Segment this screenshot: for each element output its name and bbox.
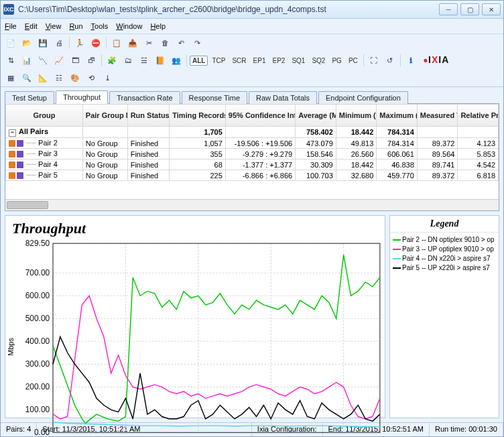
filter-tcp[interactable]: TCP	[209, 56, 228, 66]
expand-icon[interactable]: ⛶	[367, 53, 381, 68]
column-header[interactable]: Pair Group Name	[82, 105, 127, 127]
info-icon[interactable]: ℹ	[403, 53, 418, 68]
table-row[interactable]: ┈┈ Pair 2No GroupFinished1,057-19.506 : …	[6, 138, 499, 149]
reset-icon[interactable]: ↺	[383, 53, 397, 68]
copy-icon[interactable]: 📋	[109, 36, 124, 50]
filter-sq2[interactable]: SQ2	[309, 56, 328, 66]
palette-icon[interactable]: 🎨	[68, 70, 82, 85]
filter-ep1[interactable]: EP1	[251, 56, 269, 66]
save-icon[interactable]: 💾	[36, 36, 50, 50]
view4-icon[interactable]: 📙	[153, 53, 168, 68]
svg-text:829.50: 829.50	[25, 239, 50, 248]
filter-all[interactable]: ALL	[190, 56, 208, 66]
column-header[interactable]: 95% Confidence Interval	[225, 105, 295, 127]
zoomin-icon[interactable]: 🔍	[19, 70, 34, 85]
toolbars: 📄 📂 💾 🖨 🏃 ⛔ 📋 📥 ✂ 🗑 ↶ ↷ ⇅ 📊 📉 📈 🗔 🗗 🧩 🗂	[1, 34, 503, 87]
view2-icon[interactable]: 🗂	[121, 53, 135, 68]
tab-response-time[interactable]: Response Time	[182, 91, 247, 104]
menu-window[interactable]: Window	[116, 22, 142, 30]
open-icon[interactable]: 📂	[19, 36, 34, 50]
menu-run[interactable]: Run	[69, 22, 82, 30]
menu-edit[interactable]: Edit	[25, 22, 38, 30]
legend-line-icon	[393, 258, 401, 259]
zoomout-icon[interactable]: 📐	[36, 70, 50, 85]
data-pane: GroupPair Group NameRun StatusTiming Rec…	[5, 103, 499, 211]
legend-title: Legend	[390, 216, 499, 233]
legend-toggle-icon[interactable]: ☷	[52, 70, 66, 85]
pair-icon	[9, 162, 15, 168]
table-row[interactable]: ┈┈ Pair 5No GroupFinished225-6.866 : +6.…	[6, 170, 499, 181]
svg-text:200.00: 200.00	[25, 382, 50, 391]
cut-icon[interactable]: ✂	[141, 36, 156, 50]
grid-icon[interactable]: ▦	[3, 70, 18, 85]
toolbar-row1: 📄 📂 💾 🖨 🏃 ⛔ 📋 📥 ✂ 🗑 ↶ ↷	[1, 34, 503, 52]
maximize-button[interactable]: ▢	[460, 3, 479, 15]
chart4-icon[interactable]: 🗔	[68, 53, 82, 68]
menu-help[interactable]: Help	[150, 22, 166, 30]
tab-raw-data-totals[interactable]: Raw Data Totals	[249, 91, 317, 104]
pair-icon	[17, 172, 23, 179]
tab-transaction-rate[interactable]: Transaction Rate	[109, 91, 180, 104]
column-header[interactable]: Timing Records Completed	[170, 105, 226, 127]
run-icon[interactable]: 🏃	[72, 36, 87, 50]
view3-icon[interactable]: ☱	[137, 53, 151, 68]
legend-item[interactable]: Pair 3 -- UP optiplex 9010 > op	[393, 245, 496, 254]
filter-pc[interactable]: PC	[346, 56, 361, 66]
stop-icon[interactable]: ⛔	[88, 36, 103, 50]
svg-text:300.00: 300.00	[25, 359, 50, 369]
titlebar[interactable]: IXC C:\Users\Tim\Desktop\wlan_tests\tpli…	[1, 1, 503, 19]
tab-throughput[interactable]: Throughput	[56, 90, 108, 104]
chart5-icon[interactable]: 🗗	[84, 53, 99, 68]
users-icon[interactable]: 👥	[169, 53, 184, 68]
menu-tools[interactable]: Tools	[91, 22, 109, 30]
undo-icon[interactable]: ↶	[174, 36, 188, 50]
filter-scr[interactable]: SCR	[229, 56, 249, 66]
tab-endpoint-configuration[interactable]: Endpoint Configuration	[318, 91, 408, 104]
column-header[interactable]: Run Status	[127, 105, 170, 127]
chart1-icon[interactable]: 📊	[19, 53, 34, 68]
filter-sq1[interactable]: SQ1	[289, 56, 308, 66]
app-icon: IXC	[3, 4, 14, 15]
menu-file[interactable]: File	[5, 22, 17, 30]
close-button[interactable]: ✕	[482, 3, 501, 15]
svg-text:0.00: 0.00	[34, 428, 50, 437]
column-header[interactable]: Minimum (Mbps)	[336, 105, 377, 127]
new-icon[interactable]: 📄	[3, 36, 18, 50]
view1-icon[interactable]: 🧩	[105, 53, 119, 68]
paste-icon[interactable]: 📥	[125, 36, 140, 50]
filter-pg[interactable]: PG	[329, 56, 344, 66]
column-header[interactable]: Maximum (Mbps)	[377, 105, 418, 127]
legend-item[interactable]: Pair 5 -- UP x220i > aspire s7	[393, 263, 496, 273]
svg-text:600.00: 600.00	[25, 291, 50, 300]
chart2-icon[interactable]: 📉	[36, 53, 50, 68]
refresh-icon[interactable]: ⟲	[84, 70, 99, 85]
legend-item[interactable]: Pair 2 -- DN optiplex 9010 > op	[393, 235, 496, 245]
filter-ep2[interactable]: EP2	[269, 56, 288, 66]
scrollbar-thumb[interactable]	[7, 201, 48, 209]
table-row[interactable]: ┈┈ Pair 4No GroupFinished68-1.377 : +1.3…	[6, 160, 499, 170]
toolbar-row3: ▦ 🔍 📐 ☷ 🎨 ⟲ ⤓	[1, 69, 503, 86]
export-icon[interactable]: ⤓	[100, 70, 115, 85]
tab-test-setup[interactable]: Test Setup	[5, 91, 54, 104]
legend-item[interactable]: Pair 4 -- DN x220i > aspire s7	[393, 254, 496, 263]
grid-scroll[interactable]: GroupPair Group NameRun StatusTiming Rec…	[5, 104, 499, 199]
redo-icon[interactable]: ↷	[190, 36, 204, 50]
delete-icon[interactable]: 🗑	[158, 36, 172, 50]
sort-icon[interactable]: ⇅	[3, 53, 18, 68]
minimize-button[interactable]: ─	[439, 3, 458, 15]
chart-plot[interactable]: 0.00100.00200.00300.00400.00500.00600.00…	[16, 239, 385, 437]
horizontal-scrollbar[interactable]	[5, 199, 499, 210]
toolbar-row2: ⇅ 📊 📉 📈 🗔 🗗 🧩 🗂 ☱ 📙 👥 ALLTCPSCREP1EP2SQ1…	[1, 52, 503, 69]
column-header[interactable]: Group	[6, 105, 83, 127]
chart3-icon[interactable]: 📈	[52, 53, 66, 68]
table-row[interactable]: ┈┈ Pair 3No GroupFinished355-9.279 : +9.…	[6, 149, 499, 160]
menu-view[interactable]: View	[46, 22, 62, 30]
column-header[interactable]: Average (Mbps)	[296, 105, 336, 127]
collapse-icon[interactable]: −	[9, 129, 16, 137]
column-header[interactable]: Relative Precision	[458, 105, 499, 127]
column-header[interactable]: Measured Time (sec)	[417, 105, 458, 127]
table-row-allpairs[interactable]: −All Pairs1,705758.40218.442784.314	[6, 127, 499, 138]
print-icon[interactable]: 🖨	[52, 36, 66, 50]
chart-title: Throughput	[5, 216, 385, 239]
tabstrip: Test SetupThroughputTransaction RateResp…	[1, 87, 503, 103]
